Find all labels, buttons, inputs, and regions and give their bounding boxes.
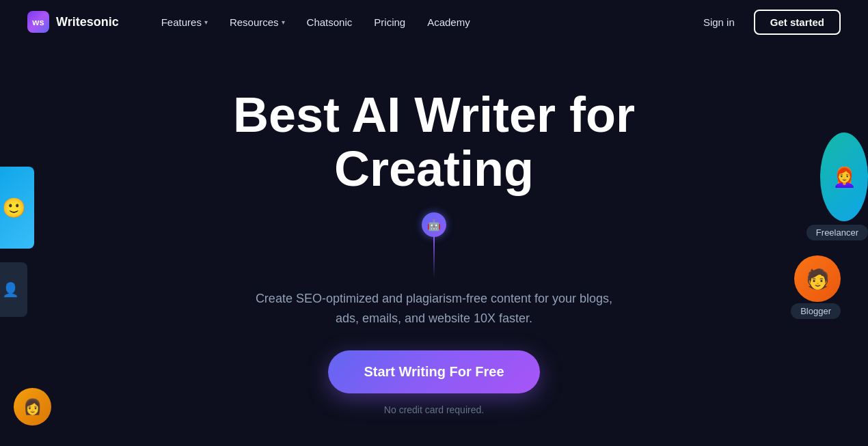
logo-area[interactable]: ws Writesonic [27,11,119,33]
avatar-right-label-1: Freelancer [806,225,868,240]
avatar-left-2-face: 👤 [0,262,27,317]
logo-icon: ws [27,11,49,33]
start-writing-button[interactable]: Start Writing For Free [328,350,539,393]
nav-right: Sign in Get started [695,10,841,35]
features-chevron-icon: ▾ [204,18,208,26]
sign-in-button[interactable]: Sign in [695,11,743,33]
no-credit-text: No credit card required. [384,404,484,415]
resources-label: Resources [230,16,279,28]
cursor-animation: 🤖 [422,212,446,278]
hero-section: 🙂 👤 👩 👩‍🦰 Freelancer 🧑 Blogger Best AI W… [0,44,868,446]
nav-item-chatsonic[interactable]: Chatsonic [297,11,362,33]
avatar-left-3-face: 👩 [14,388,51,426]
avatar-right-2-face: 🧑 [794,255,841,302]
avatar-right-label-2: Blogger [791,303,841,319]
nav-item-resources[interactable]: Resources ▾ [220,11,295,33]
nav-item-pricing[interactable]: Pricing [364,11,415,33]
avatar-left-2: 👤 [0,262,27,317]
cursor-icon: 🤖 [422,212,446,237]
avatar-left-1-face: 🙂 [0,167,34,249]
avatar-left-1: 🙂 [0,167,34,249]
academy-label: Academy [427,16,470,28]
resources-chevron-icon: ▾ [282,18,285,26]
cursor-line [433,237,435,278]
logo-name: Writesonic [56,15,119,29]
hero-title: Best AI Writer for Creating [126,88,742,196]
avatar-right-1: 👩‍🦰 [820,133,868,221]
freelancer-label: Freelancer [816,227,858,238]
nav-item-academy[interactable]: Academy [418,11,480,33]
navbar: ws Writesonic Features ▾ Resources ▾ Cha… [0,0,868,44]
nav-item-features[interactable]: Features ▾ [152,11,217,33]
get-started-button[interactable]: Get started [754,10,841,35]
pricing-label: Pricing [374,16,405,28]
nav-links: Features ▾ Resources ▾ Chatsonic Pricing… [152,11,695,33]
chatsonic-label: Chatsonic [307,16,353,28]
features-label: Features [161,16,202,28]
avatar-right-2: 🧑 [794,255,841,302]
blogger-label: Blogger [800,306,831,316]
avatar-right-1-face: 👩‍🦰 [820,133,868,221]
hero-subtitle: Create SEO-optimized and plagiarism-free… [249,289,619,329]
avatar-left-3: 👩 [14,388,51,426]
